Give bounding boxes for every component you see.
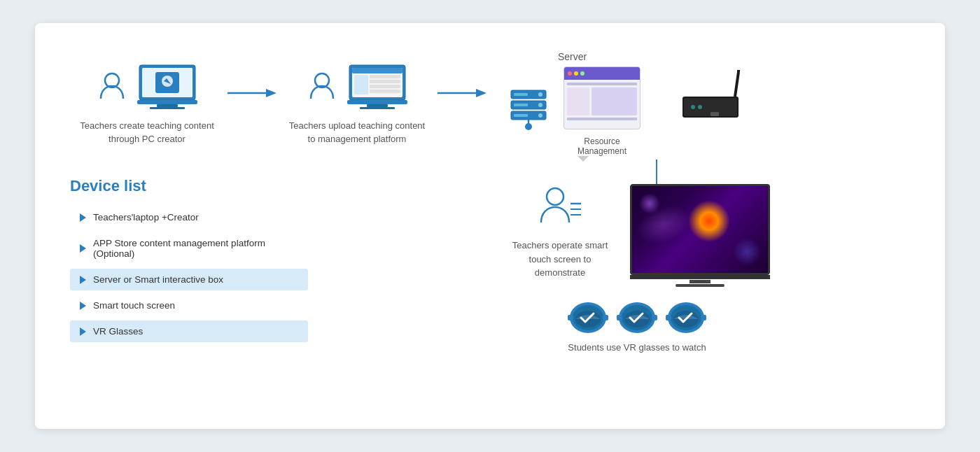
server-resource-row: Resource Management <box>504 66 640 156</box>
step1-label: Teachers create teaching content through… <box>77 119 217 146</box>
svg-rect-7 <box>157 104 178 107</box>
router-icon <box>668 69 752 125</box>
laptop-icon-2 <box>346 62 409 111</box>
svg-rect-32 <box>514 104 528 106</box>
device-list: Device list Teachers'laptop +Creator APP… <box>70 177 308 353</box>
svg-rect-53 <box>568 315 573 320</box>
resource-label: Resource Management <box>564 136 640 156</box>
device-item-3: Smart touch screen <box>70 295 308 316</box>
resource-mgmt-block: Resource Management <box>564 66 640 156</box>
router-block <box>668 69 752 125</box>
device-item-label-3: Smart touch screen <box>93 300 175 311</box>
svg-rect-8 <box>150 107 185 109</box>
device-item-label-4: VR Glasses <box>93 326 143 337</box>
step1-icons <box>95 62 199 111</box>
laptop-icon-1 <box>136 62 199 111</box>
top-flow: Teachers create teaching content through… <box>70 51 910 156</box>
svg-rect-16 <box>370 75 400 78</box>
svg-point-27 <box>538 92 542 97</box>
svg-point-31 <box>538 103 542 107</box>
svg-rect-17 <box>370 80 400 83</box>
vr-glasses-icons <box>567 298 707 337</box>
vr-glasses-icon-3 <box>665 298 707 337</box>
vr-row: Students use VR glasses to watch <box>567 298 707 353</box>
arrow-tri-3 <box>80 302 86 310</box>
arrow-tri-1 <box>80 244 86 253</box>
server-label: Server <box>558 51 587 62</box>
arrow-tri-0 <box>80 213 86 222</box>
right-demo: Teachers operate smarttouch screen todem… <box>308 177 910 353</box>
arrow-2 <box>434 86 490 100</box>
server-section: Server <box>504 51 640 156</box>
flow-step-2: Teachers upload teaching content to mana… <box>280 62 434 146</box>
device-item-1: APP Store content management platform (O… <box>70 232 308 264</box>
touch-screen-block <box>630 184 770 287</box>
touch-screen-display <box>630 184 770 275</box>
svg-point-35 <box>538 113 542 118</box>
svg-point-43 <box>691 105 695 109</box>
device-item-label-2: Server or Smart interactive box <box>93 274 223 285</box>
svg-marker-24 <box>476 89 486 97</box>
device-item-0: Teachers'laptop +Creator <box>70 206 308 228</box>
svg-rect-58 <box>617 315 622 320</box>
svg-point-44 <box>698 105 702 109</box>
svg-rect-28 <box>514 93 528 96</box>
svg-rect-54 <box>603 315 608 320</box>
device-item-label-0: Teachers'laptop +Creator <box>93 212 199 223</box>
svg-rect-36 <box>514 114 528 117</box>
svg-line-41 <box>735 72 738 97</box>
resource-screenshot <box>564 66 640 129</box>
svg-rect-15 <box>354 75 368 94</box>
step2-icons <box>305 62 409 111</box>
svg-rect-20 <box>347 100 407 104</box>
svg-rect-18 <box>370 85 400 88</box>
svg-rect-64 <box>701 315 706 320</box>
teacher-demo: Teachers operate smarttouch screen todem… <box>504 184 616 280</box>
step2-label: Teachers upload teaching content to mana… <box>287 119 427 146</box>
svg-rect-63 <box>666 315 671 320</box>
device-list-title: Device list <box>70 177 308 195</box>
bottom-section: Device list Teachers'laptop +Creator APP… <box>70 177 910 353</box>
svg-rect-19 <box>370 90 400 93</box>
vr-glasses-icon-1 <box>567 298 609 337</box>
vr-glasses-icon-2 <box>616 298 658 337</box>
svg-rect-22 <box>360 107 395 109</box>
device-item-4: VR Glasses <box>70 320 308 342</box>
svg-rect-21 <box>367 104 388 107</box>
device-items-container: Teachers'laptop +Creator APP Store conte… <box>70 206 308 342</box>
demo-row: Teachers operate smarttouch screen todem… <box>504 184 770 287</box>
svg-rect-14 <box>352 68 402 73</box>
svg-point-46 <box>547 188 564 205</box>
svg-rect-59 <box>652 315 657 320</box>
arrow-1 <box>224 86 280 100</box>
server-icon <box>504 87 553 136</box>
svg-rect-45 <box>710 112 719 116</box>
device-item-2: Server or Smart interactive box <box>70 269 308 290</box>
teacher-icon <box>536 184 584 233</box>
flow-step-1: Teachers create teaching content through… <box>70 62 224 146</box>
svg-point-38 <box>525 123 532 130</box>
main-card: Teachers create teaching content through… <box>35 23 945 429</box>
arrow-tri-2 <box>80 276 86 284</box>
svg-rect-6 <box>137 100 197 104</box>
device-item-label-1: APP Store content management platform (O… <box>93 238 298 259</box>
arrow-tri-4 <box>80 327 86 336</box>
vr-label: Students use VR glasses to watch <box>568 342 706 353</box>
teacher-demo-label: Teachers operate smarttouch screen todem… <box>512 239 608 280</box>
svg-marker-10 <box>266 89 276 97</box>
person-icon-2 <box>305 69 339 103</box>
person-icon-1 <box>95 69 129 103</box>
